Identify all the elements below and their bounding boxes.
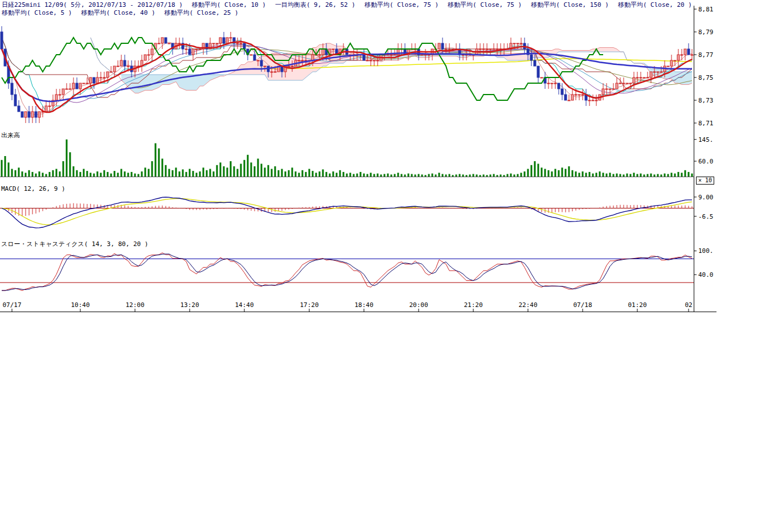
volume-panel-plot (0, 140, 694, 177)
volume-unit-multiplier-badge: × 10 (696, 177, 714, 185)
x-axis-tick-label: 01:20 (628, 301, 646, 309)
y-axis-tick-label: 60.0 (698, 158, 714, 165)
stochastics-panel-title: スロー・ストキャスティクス( 14, 3, 80, 20 ) (1, 240, 148, 248)
macd-panel-title: MACD( 12, 26, 9 ) (1, 185, 65, 193)
legend-ma-close-10: 移動平均( Close, 10 ) (192, 1, 266, 9)
y-axis-tick-label: 145. (698, 136, 714, 144)
legend-row-2: 移動平均( Close, 5 )移動平均( Close, 40 )移動平均( C… (2, 9, 248, 17)
x-axis-tick-label: 22:40 (518, 301, 537, 309)
y-axis-tick-label: 8,79 (698, 28, 714, 36)
x-axis-tick-label: 10:40 (71, 301, 89, 309)
ichimoku-cloud (121, 75, 224, 93)
macd-panel-plot (0, 197, 694, 228)
x-axis-tick-label: 07/17 (2, 301, 21, 309)
legend-ma-close-40: 移動平均( Close, 40 ) (81, 9, 155, 17)
y-axis-tick-label: 8,73 (698, 97, 714, 104)
legend-ma-close-20: 移動平均( Close, 20 ) (618, 1, 692, 9)
x-axis-tick-label: 21:20 (464, 301, 482, 309)
x-axis-tick-label: 17:20 (300, 301, 318, 309)
instrument-title: 日経225mini 12/09( 5分, 2012/07/13 - 2012/0… (2, 1, 183, 9)
x-axis-tick-label: 18:40 (354, 301, 373, 309)
legend-ichimoku: 一目均衡表( 9, 26, 52 ) (275, 1, 355, 9)
legend-ma-close-25: 移動平均( Close, 25 ) (165, 9, 239, 17)
legend-ma-close-5: 移動平均( Close, 5 ) (2, 9, 72, 17)
stochastics-panel-plot (0, 253, 694, 290)
x-axis-tick-label: 20:00 (409, 301, 428, 309)
volume-panel-title: 出来高 (1, 131, 20, 140)
y-axis-tick-label: 9.00 (698, 194, 714, 201)
price-panel-plot (1, 26, 693, 123)
y-axis-tick-label: 8,75 (698, 74, 714, 81)
legend-row-1: 日経225mini 12/09( 5分, 2012/07/13 - 2012/0… (2, 1, 701, 9)
x-axis-tick-label: 12:00 (125, 301, 144, 309)
y-axis-tick-label: 40.0 (698, 271, 714, 279)
legend-ma-close-75a: 移動平均( Close, 75 ) (365, 1, 439, 9)
x-axis-tick-label: 13:20 (180, 301, 199, 309)
legend-ma-close-150: 移動平均( Close, 150 ) (531, 1, 609, 9)
chart-canvas[interactable]: 8,818,798,778,758,738,71145.60.09.00-6.5… (0, 0, 778, 319)
x-axis-tick-label: 14:40 (235, 301, 253, 309)
chart-window: 8,818,798,778,758,738,71145.60.09.00-6.5… (0, 0, 778, 532)
legend-ma-close-75b: 移動平均( Close, 75 ) (448, 1, 522, 9)
y-axis-tick-label: 8,71 (698, 120, 714, 127)
y-axis-tick-label: 8,77 (698, 51, 714, 59)
y-axis-tick-label: -6.5 (698, 213, 714, 220)
x-axis-tick-label: 02 (685, 301, 692, 309)
x-axis-tick-label: 07/18 (573, 301, 592, 309)
y-axis-tick-label: 100. (698, 247, 714, 255)
